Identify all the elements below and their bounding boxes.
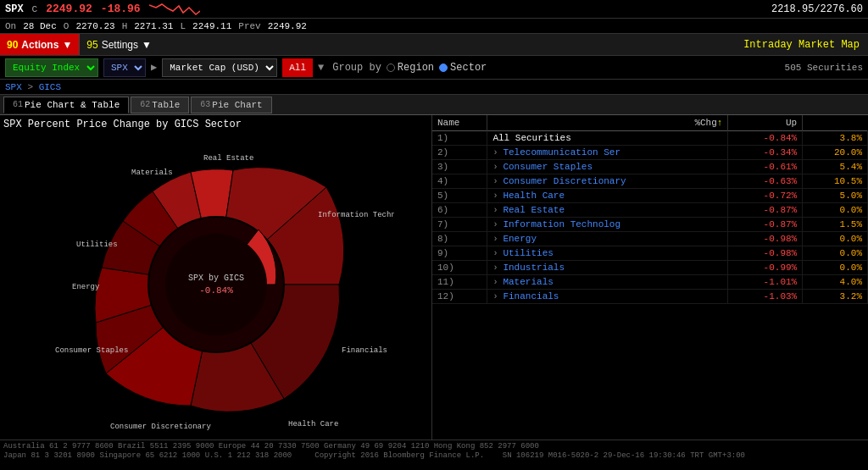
table-row[interactable]: 6)› Real Estate-0.87%0.0%	[432, 203, 868, 218]
low-value: 2249.11	[192, 21, 231, 31]
row-num: 12)	[432, 290, 487, 304]
region-label: Region	[398, 62, 434, 74]
breadcrumb-gics[interactable]: GICS	[39, 82, 61, 92]
row-name[interactable]: All Securities	[487, 131, 728, 146]
mini-price-chart	[149, 1, 200, 18]
high-label: H	[122, 21, 128, 31]
table-row[interactable]: 11)› Materials-1.01%4.0%	[432, 275, 868, 290]
on-label: On	[5, 21, 16, 31]
expand-icon[interactable]: ›	[492, 220, 503, 229]
chart-title: SPX Percent Price Change by GICS Sector	[3, 119, 428, 130]
region-radio[interactable]	[387, 64, 395, 72]
tab2-num: 62	[140, 100, 150, 109]
expand-icon[interactable]: ›	[492, 163, 503, 172]
footer-line2: Japan 81 3 3201 8900 Singapore 65 6212 1…	[3, 451, 865, 460]
footer-line2c: SN 106219 M016-5020-2 29-Dec-16 19:30:46…	[503, 451, 745, 460]
svg-text:Utilities: Utilities	[76, 241, 118, 249]
expand-icon[interactable]: ›	[492, 148, 503, 158]
open-value: 2270.23	[75, 21, 114, 31]
row-name[interactable]: › Financials	[487, 290, 728, 304]
sector-option[interactable]: Sector	[439, 62, 487, 74]
all-button[interactable]: All	[282, 58, 313, 77]
table-row[interactable]: 9)› Utilities-0.98%0.0%	[432, 246, 868, 261]
actions-chevron-icon: ▼	[62, 39, 72, 51]
row-name[interactable]: › Energy	[487, 232, 728, 246]
row-name[interactable]: › Health Care	[487, 189, 728, 203]
open-label: O	[64, 21, 70, 31]
col-up[interactable]: Up	[728, 115, 803, 131]
tab-pie-chart-table[interactable]: 61 Pie Chart & Table	[3, 97, 129, 113]
row-name[interactable]: › Information Technolog	[487, 218, 728, 232]
table-row[interactable]: 8)› Energy-0.98%0.0%	[432, 232, 868, 246]
groupby-label: Group by	[332, 62, 381, 74]
expand-icon[interactable]: ›	[492, 292, 503, 301]
high-value: 2271.31	[134, 21, 173, 31]
table-row[interactable]: 1)All Securities-0.84%3.8%	[432, 131, 868, 146]
tab-pie-chart[interactable]: 63 Pie Chart	[191, 97, 271, 113]
arrow-icon: ▶	[151, 61, 157, 74]
tab2-label: Table	[152, 100, 180, 110]
settings-label: Settings	[102, 39, 138, 51]
region-option[interactable]: Region	[387, 62, 434, 74]
spx-select[interactable]: SPX	[103, 58, 146, 77]
table-row[interactable]: 10)› Industrials-0.99%0.0%	[432, 261, 868, 275]
row-name[interactable]: › Industrials	[487, 261, 728, 275]
table-row[interactable]: 2)› Telecommunication Ser-0.34%20.0%	[432, 146, 868, 160]
table-row[interactable]: 3)› Consumer Staples-0.61%5.4%	[432, 160, 868, 174]
marketcap-select[interactable]: Market Cap (USD)	[162, 58, 277, 77]
chart-section: SPX Percent Price Change by GICS Sector	[0, 115, 432, 440]
expand-icon[interactable]: ›	[492, 235, 503, 244]
pie-chart-container: SPX by GICS -0.84% Information Technolog…	[3, 134, 428, 434]
row-name[interactable]: › Utilities	[487, 246, 728, 261]
row-pct: -0.98%	[728, 246, 803, 261]
pie-chart-svg: SPX by GICS -0.84% Information Technolog…	[38, 136, 394, 433]
svg-text:Materials: Materials	[131, 169, 173, 177]
ticker-price: 2249.92	[46, 3, 92, 15]
row-num: 5)	[432, 189, 487, 203]
col-pct-chg[interactable]: %Chg↑	[487, 115, 728, 131]
table-row[interactable]: 12)› Financials-1.03%3.2%	[432, 290, 868, 304]
expand-icon[interactable]: ›	[492, 263, 503, 273]
ticker-bar: SPX C 2249.92 -18.96 2218.95/2276.60	[0, 0, 868, 19]
expand-icon[interactable]: ›	[492, 278, 503, 287]
settings-button[interactable]: 95 Settings ▼	[80, 34, 159, 55]
row-pct: -0.61%	[728, 160, 803, 174]
row-name[interactable]: › Materials	[487, 275, 728, 290]
row-pct: -1.03%	[728, 290, 803, 304]
ticker-c-label: C	[32, 4, 38, 14]
footer-line2b: Copyright 2016 Bloomberg Finance L.P.	[314, 451, 484, 460]
tab-table[interactable]: 62 Table	[131, 97, 189, 113]
main-content: SPX Percent Price Change by GICS Sector	[0, 115, 868, 440]
svg-text:Financials: Financials	[342, 346, 387, 355]
svg-text:Energy: Energy	[72, 283, 100, 291]
col-name[interactable]: Name	[432, 115, 487, 131]
expand-icon[interactable]: ›	[492, 177, 503, 186]
row-pct: -0.98%	[728, 232, 803, 246]
breadcrumb: SPX > GICS	[5, 82, 61, 92]
row-pct: -0.99%	[728, 261, 803, 275]
row-name[interactable]: › Consumer Staples	[487, 160, 728, 174]
row-up: 4.0%	[803, 275, 868, 290]
svg-text:Health Care: Health Care	[288, 420, 338, 429]
svg-text:Real Estate: Real Estate	[203, 154, 253, 163]
row-up: 20.0%	[803, 146, 868, 160]
toolbar-left: 90 Actions ▼ 95 Settings ▼	[0, 34, 159, 55]
row-pct: -0.63%	[728, 174, 803, 189]
actions-button[interactable]: 90 Actions ▼	[0, 34, 79, 55]
table-row[interactable]: 4)› Consumer Discretionary-0.63%10.5%	[432, 174, 868, 189]
row-name[interactable]: › Real Estate	[487, 203, 728, 218]
expand-icon[interactable]: ›	[492, 191, 503, 201]
row-up: 3.8%	[803, 131, 868, 146]
row-name[interactable]: › Telecommunication Ser	[487, 146, 728, 160]
equity-index-select[interactable]: Equity Index	[5, 58, 98, 77]
row-pct: -0.72%	[728, 189, 803, 203]
sector-radio[interactable]	[439, 64, 448, 72]
settings-chevron-icon: ▼	[142, 39, 152, 51]
table-row[interactable]: 5)› Health Care-0.72%5.0%	[432, 189, 868, 203]
expand-icon[interactable]: ›	[492, 249, 503, 258]
breadcrumb-spx[interactable]: SPX	[5, 82, 22, 92]
expand-icon[interactable]: ›	[492, 206, 503, 215]
row-name[interactable]: › Consumer Discretionary	[487, 174, 728, 189]
table-row[interactable]: 7)› Information Technolog-0.87%1.5%	[432, 218, 868, 232]
row-num: 7)	[432, 218, 487, 232]
